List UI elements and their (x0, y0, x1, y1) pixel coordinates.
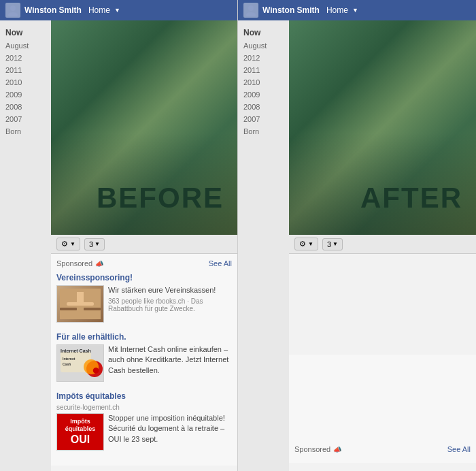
left-panel: Winston Smith Home ▼ Now August 2012 201… (0, 0, 238, 471)
left-ad-vereins-text: Wir stärken eure Vereinskassen! (108, 285, 232, 295)
left-ads-header: Sponsored 📣 See All (56, 259, 232, 267)
right-timeline-august[interactable]: August (238, 39, 289, 52)
left-vereins-img-box (56, 285, 104, 323)
left-ad-vereins-body: Wir stärken eure Vereinskassen! 363 peop… (56, 285, 232, 323)
left-ad-impots: Impôts équitables securite-logement.ch I… (56, 391, 232, 451)
left-ads-section: Sponsored 📣 See All Vereinssponsoring! (51, 254, 237, 466)
right-ads-section: Sponsored 📣 See All (289, 355, 476, 464)
left-ad-internet-text: Mit Internet Cash online einkaufen – auc… (108, 344, 232, 382)
left-timeline-2010[interactable]: 2010 (0, 76, 51, 88)
left-see-all[interactable]: See All (209, 259, 232, 267)
impots-line1: Impôts (70, 418, 90, 425)
right-main-content: AFTER ⚙ ▼ 3 ▼ (289, 20, 476, 471)
gear-icon: ⚙ (61, 240, 68, 248)
right-feed-area: Sponsored 📣 See All (289, 254, 476, 463)
left-ad-impots-text: Stopper une imposition inéquitable! Sécu… (108, 413, 232, 451)
right-timeline-2012[interactable]: 2012 (238, 52, 289, 64)
right-number-label: 3 (327, 240, 331, 248)
left-ad-vereins-image[interactable] (56, 285, 104, 323)
left-cover-photo: BEFORE (51, 20, 237, 235)
left-timeline-august[interactable]: August (0, 39, 51, 52)
svg-point-12 (84, 359, 99, 374)
right-timeline-now[interactable]: Now (238, 26, 289, 39)
left-navbar: Winston Smith Home ▼ (0, 0, 237, 20)
right-timeline-2007[interactable]: 2007 (238, 113, 289, 125)
left-main-content: BEFORE ⚙ ▼ 3 ▼ Sponsored 📣 (51, 20, 237, 471)
right-timeline-2009[interactable]: 2009 (238, 88, 289, 101)
right-see-all[interactable]: See All (447, 445, 471, 453)
right-sponsored-label: Sponsored 📣 (294, 445, 341, 453)
svg-rect-5 (60, 308, 77, 310)
right-profile-actions: ⚙ ▼ 3 ▼ (289, 235, 476, 254)
left-before-label: BEFORE (97, 182, 224, 214)
right-gear-button[interactable]: ⚙ ▼ (294, 238, 318, 250)
left-profile-actions: ⚙ ▼ 3 ▼ (51, 235, 237, 254)
left-ad-vereins: Vereinssponsoring! (56, 273, 232, 323)
left-timeline-2008[interactable]: 2008 (0, 101, 51, 113)
right-number-dropdown-icon: ▼ (333, 241, 338, 247)
number-label: 3 (89, 240, 93, 248)
right-home-link[interactable]: Home (326, 5, 348, 15)
left-sponsored-label: Sponsored 📣 (56, 259, 103, 267)
left-ad-vereins-title[interactable]: Vereinssponsoring! (56, 273, 232, 282)
left-ad-impots-body: Impôts équitables OUI Stopper une imposi… (56, 413, 232, 451)
left-number-button[interactable]: 3 ▼ (84, 238, 105, 250)
left-ad-vereins-meta: 363 people like rbooks.ch · Das Rabattbu… (108, 297, 232, 312)
left-internet-img-box: Internet Cash (56, 344, 104, 382)
left-timeline-2007[interactable]: 2007 (0, 113, 51, 125)
right-number-button[interactable]: 3 ▼ (322, 238, 343, 250)
svg-point-0 (10, 5, 16, 11)
right-cover-photo: AFTER (289, 20, 476, 235)
impots-line2: équitables (65, 425, 96, 433)
right-gear-icon: ⚙ (299, 240, 306, 248)
left-ad-internet-image[interactable]: Internet Cash (56, 344, 104, 382)
right-after-label: AFTER (360, 182, 462, 214)
left-timeline-2009[interactable]: 2009 (0, 88, 51, 101)
right-timeline-2010[interactable]: 2010 (238, 76, 289, 88)
gear-dropdown-icon: ▼ (70, 241, 75, 247)
left-sponsored-icon: 📣 (95, 260, 103, 267)
right-panel: Winston Smith Home ▼ Now August 2012 201… (238, 0, 476, 471)
left-ad-impots-title[interactable]: Impôts équitables (56, 391, 232, 401)
right-timeline-2008[interactable]: 2008 (238, 101, 289, 113)
left-timeline-2011[interactable]: 2011 (0, 64, 51, 76)
left-gear-button[interactable]: ⚙ ▼ (56, 238, 80, 250)
right-timeline-2011[interactable]: 2011 (238, 64, 289, 76)
right-username: Winston Smith (262, 5, 320, 15)
left-ad-internet-title[interactable]: Für alle erhältlich. (56, 332, 232, 342)
left-ad-vereins-content: Wir stärken eure Vereinskassen! 363 peop… (108, 285, 232, 323)
left-home-dropdown[interactable]: ▼ (114, 7, 120, 14)
svg-text:Internet: Internet (63, 357, 75, 361)
left-ad-internet: Für alle erhältlich. Internet Cash (56, 332, 232, 382)
left-avatar (5, 3, 20, 18)
right-ads-header: Sponsored 📣 See All (294, 445, 471, 453)
left-ad-impots-image[interactable]: Impôts équitables OUI (56, 413, 104, 451)
left-username: Winston Smith (24, 5, 82, 15)
right-timeline-born[interactable]: Born (238, 125, 289, 137)
right-sponsored-icon: 📣 (333, 446, 341, 453)
right-timeline-sidebar: Now August 2012 2011 2010 2009 2008 2007… (238, 20, 289, 471)
svg-text:Cash: Cash (63, 362, 71, 366)
left-timeline-now[interactable]: Now (0, 26, 51, 39)
left-content-area: Now August 2012 2011 2010 2009 2008 2007… (0, 20, 237, 471)
right-gear-dropdown-icon: ▼ (308, 241, 313, 247)
left-ad-internet-body: Internet Cash Mit Internet Cash online e… (56, 344, 232, 382)
right-home-dropdown[interactable]: ▼ (352, 7, 358, 14)
svg-rect-6 (84, 308, 101, 310)
right-navbar: Winston Smith Home ▼ (238, 0, 476, 20)
right-avatar (243, 3, 258, 18)
left-ad-impots-subtitle: securite-logement.ch (56, 404, 232, 411)
left-impots-img-box: Impôts équitables OUI (56, 413, 104, 451)
svg-point-13 (248, 5, 254, 11)
left-home-link[interactable]: Home (88, 5, 110, 15)
number-dropdown-icon: ▼ (95, 241, 100, 247)
svg-point-14 (246, 12, 256, 16)
left-timeline-2012[interactable]: 2012 (0, 52, 51, 64)
right-empty-feed (289, 254, 476, 355)
left-timeline-sidebar: Now August 2012 2011 2010 2009 2008 2007… (0, 20, 51, 471)
svg-point-1 (8, 12, 18, 16)
impots-line3: OUI (71, 433, 90, 446)
svg-rect-4 (77, 292, 84, 306)
right-content-area: Now August 2012 2011 2010 2009 2008 2007… (238, 20, 476, 471)
left-timeline-born[interactable]: Born (0, 125, 51, 137)
